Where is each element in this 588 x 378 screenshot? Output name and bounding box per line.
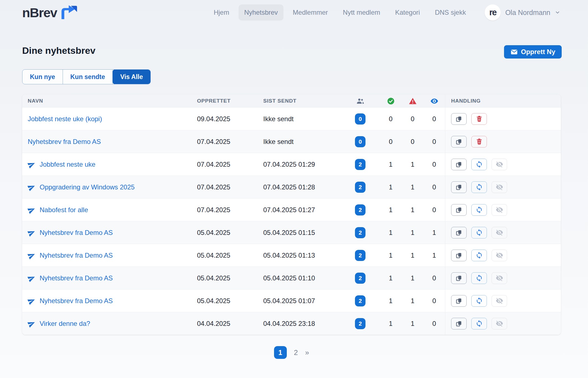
- resend-button[interactable]: [471, 227, 487, 239]
- resend-button[interactable]: [471, 272, 487, 284]
- delete-button[interactable]: [471, 136, 487, 148]
- warning-triangle-icon: [402, 97, 423, 105]
- table-body: Jobbfest neste uke (kopi) 09.04.2025 Ikk…: [22, 107, 561, 335]
- last-sent-date: 07.04.2025 01:29: [263, 161, 341, 168]
- nav-item[interactable]: DNS sjekk: [429, 4, 471, 21]
- resend-button[interactable]: [471, 295, 487, 307]
- delivered-count: 1: [380, 274, 402, 282]
- paper-plane-icon: [28, 252, 35, 259]
- copy-icon: [455, 320, 462, 327]
- last-sent-date: 05.04.2025 01:15: [263, 229, 341, 237]
- copy-button[interactable]: [451, 113, 467, 125]
- brand-logo[interactable]: nBrev: [22, 5, 77, 20]
- pagination: 1 2 »: [22, 346, 561, 359]
- newsletter-link[interactable]: Nabofest for alle: [22, 206, 197, 214]
- failed-count: 1: [402, 183, 423, 191]
- copy-button[interactable]: [451, 181, 467, 193]
- hide-button[interactable]: [492, 181, 507, 193]
- eye-off-icon: [496, 320, 503, 327]
- page-button-1[interactable]: 1: [274, 346, 287, 359]
- row-actions: [445, 199, 561, 221]
- trash-icon: [476, 138, 483, 145]
- filter-button[interactable]: Kun nye: [22, 70, 63, 84]
- newsletter-link[interactable]: Virker denne da?: [22, 320, 197, 328]
- newsletter-link[interactable]: Jobbfest neste uke: [22, 161, 197, 168]
- recipients-cell: 2: [341, 204, 380, 215]
- copy-button[interactable]: [451, 250, 467, 261]
- nav-item[interactable]: Nytt medlem: [337, 4, 386, 21]
- resend-button[interactable]: [471, 159, 487, 170]
- copy-button[interactable]: [451, 136, 467, 148]
- newsletter-link[interactable]: Nyhetsbrev fra Demo AS: [22, 252, 197, 259]
- copy-icon: [455, 252, 462, 259]
- copy-button[interactable]: [451, 318, 467, 329]
- hide-button[interactable]: [492, 159, 507, 170]
- nav-item[interactable]: Medlemmer: [287, 4, 334, 21]
- user-menu[interactable]: re Ola Nordmann: [485, 4, 560, 21]
- last-sent-date: Ikke sendt: [263, 138, 341, 146]
- copy-button[interactable]: [451, 272, 467, 284]
- last-sent-date: 05.04.2025 01:07: [263, 297, 341, 305]
- hide-button[interactable]: [492, 272, 507, 284]
- resend-button[interactable]: [471, 318, 487, 329]
- nav-item[interactable]: Kategori: [390, 4, 425, 21]
- newsletter-name: Nabofest for alle: [40, 206, 88, 214]
- failed-count: 0: [402, 115, 423, 123]
- create-newsletter-button[interactable]: Opprett Ny: [504, 45, 562, 59]
- hide-button[interactable]: [492, 204, 507, 216]
- table-row: Nyhetsbrev fra Demo AS 05.04.2025 05.04.…: [22, 267, 561, 289]
- sync-icon: [475, 206, 483, 214]
- chevron-down-icon[interactable]: [555, 10, 560, 15]
- delete-button[interactable]: [471, 113, 487, 125]
- page-button-2[interactable]: 2: [294, 348, 298, 357]
- resend-button[interactable]: [471, 250, 487, 261]
- hide-button[interactable]: [492, 295, 507, 307]
- recipients-badge: 0: [355, 136, 365, 147]
- last-sent-date: 05.04.2025 01:13: [263, 252, 341, 259]
- recipients-badge: 2: [355, 204, 365, 215]
- copy-icon: [455, 184, 462, 191]
- avatar[interactable]: re: [485, 4, 501, 21]
- hide-button[interactable]: [492, 318, 507, 329]
- last-sent-date: 04.04.2025 23:18: [263, 320, 341, 328]
- table-header: NAVN OPPRETTET SIST SENDT: [22, 95, 561, 107]
- views-count: 0: [423, 320, 445, 328]
- last-sent-date: Ikke sendt: [263, 115, 341, 123]
- filter-button[interactable]: Vis Alle: [113, 69, 151, 84]
- newsletter-link[interactable]: Oppgradering av Windows 2025: [22, 183, 197, 191]
- hide-button[interactable]: [492, 250, 507, 261]
- recipients-badge: 2: [355, 318, 365, 329]
- recipients-cell: 2: [341, 318, 380, 329]
- newsletter-link[interactable]: Nyhetsbrev fra Demo AS: [22, 297, 197, 305]
- filter-button[interactable]: Kun sendte: [63, 70, 113, 84]
- recipients-cell: 2: [341, 227, 380, 238]
- resend-button[interactable]: [471, 181, 487, 193]
- next-page-button[interactable]: »: [305, 348, 309, 357]
- recipients-badge: 2: [355, 159, 365, 170]
- delivered-count: 1: [380, 229, 402, 237]
- newsletter-name: Nyhetsbrev fra Demo AS: [40, 229, 113, 237]
- newsletter-link[interactable]: Jobbfest neste uke (kopi): [22, 115, 197, 123]
- copy-icon: [455, 297, 462, 305]
- resend-button[interactable]: [471, 204, 487, 216]
- newsletter-link[interactable]: Nyhetsbrev fra Demo AS: [22, 229, 197, 237]
- eye-off-icon: [496, 183, 503, 191]
- recipients-badge: 2: [355, 273, 365, 284]
- sync-icon: [475, 183, 483, 191]
- recipients-cell: 0: [341, 113, 380, 125]
- eye-icon: [423, 97, 445, 105]
- topbar: nBrev Hjem Nyhetsbrev Medlemmer Nytt med…: [0, 0, 588, 25]
- nav-item[interactable]: Nyhetsbrev: [239, 4, 283, 21]
- copy-button[interactable]: [451, 159, 467, 170]
- row-actions: [445, 244, 561, 267]
- copy-button[interactable]: [451, 204, 467, 216]
- nav-item[interactable]: Hjem: [208, 4, 235, 21]
- newsletter-link[interactable]: Nyhetsbrev fra Demo AS: [22, 138, 197, 146]
- recipients-cell: 2: [341, 295, 380, 306]
- copy-button[interactable]: [451, 227, 467, 239]
- failed-count: 1: [402, 161, 423, 168]
- newsletter-link[interactable]: Nyhetsbrev fra Demo AS: [22, 274, 197, 282]
- created-date: 09.04.2025: [197, 115, 263, 123]
- copy-button[interactable]: [451, 295, 467, 307]
- hide-button[interactable]: [492, 227, 507, 239]
